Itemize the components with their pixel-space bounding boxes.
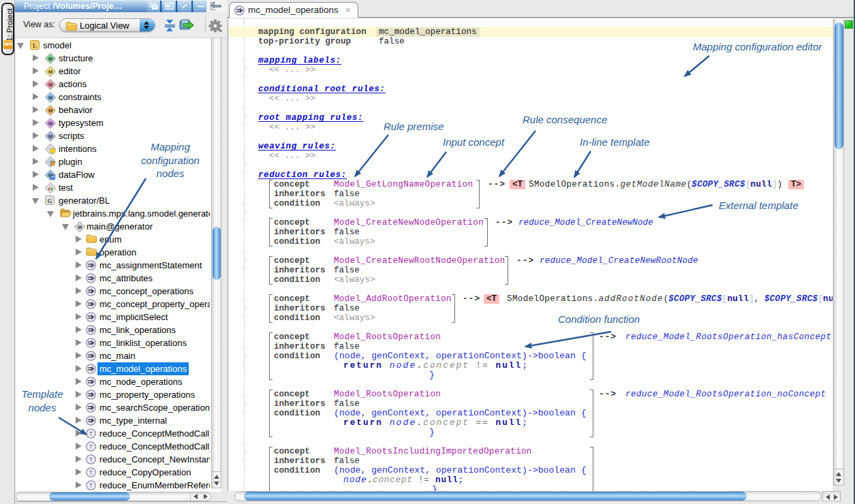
svg-text:L: L	[33, 42, 37, 49]
svg-text:M: M	[48, 69, 52, 75]
svg-text:M: M	[78, 224, 82, 230]
svg-text:G: G	[47, 198, 52, 204]
svg-text:M: M	[48, 108, 52, 114]
svg-text:M: M	[48, 56, 52, 62]
svg-text:T: T	[89, 456, 93, 463]
svg-text:M: M	[48, 133, 52, 140]
svg-text:T: T	[89, 443, 93, 450]
svg-text:M: M	[48, 82, 52, 88]
svg-text:T: T	[89, 482, 93, 489]
svg-text:M: M	[48, 121, 52, 127]
svg-text:T: T	[89, 469, 93, 476]
svg-text:T: T	[89, 430, 93, 437]
svg-text:M: M	[48, 95, 52, 101]
